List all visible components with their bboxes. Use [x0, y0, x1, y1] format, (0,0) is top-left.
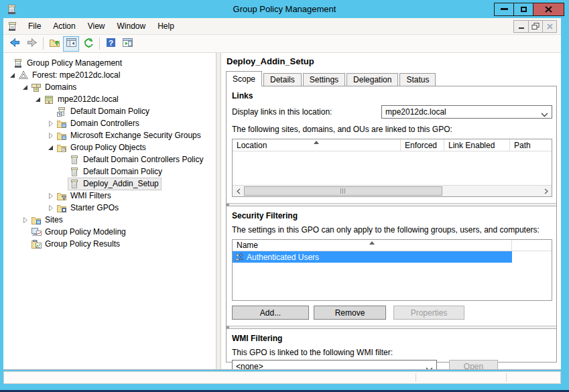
maximize-button[interactable]	[513, 3, 533, 16]
gpmc-window: Group Policy Management FileActionViewWi…	[0, 0, 569, 392]
tree-expander-icon[interactable]	[46, 204, 55, 212]
scrollbar-track[interactable]	[244, 186, 540, 196]
main-area: Group Policy ManagementForest: mpe2012dc…	[3, 53, 561, 370]
security-list-row[interactable]: Authenticated Users	[233, 251, 512, 263]
new-window-button[interactable]	[119, 36, 135, 52]
tree-item-group-policy-results[interactable]: Group Policy Results	[3, 238, 216, 250]
tab-settings[interactable]: Settings	[303, 73, 345, 86]
tree-item-forest-mpe2012dc-local[interactable]: Forest: mpe2012dc.local	[3, 69, 216, 81]
refresh-button[interactable]	[80, 36, 96, 52]
section-splitter[interactable]	[227, 326, 556, 329]
close-button[interactable]	[533, 3, 564, 16]
gpo-icon	[69, 167, 80, 177]
tree-expander-icon[interactable]	[34, 96, 42, 103]
tab-details[interactable]: Details	[263, 73, 302, 86]
tree-item-group-policy-objects[interactable]: Group Policy Objects	[3, 141, 216, 153]
help-button[interactable]: ?	[103, 36, 119, 52]
tree-item-starter-gpos[interactable]: Starter GPOs	[3, 202, 216, 214]
section-splitter[interactable]	[227, 203, 556, 206]
status-divider	[506, 373, 507, 382]
tree-item-label: Starter GPOs	[70, 203, 119, 212]
child-minimize-button[interactable]	[514, 21, 528, 32]
add-button[interactable]: Add...	[232, 306, 309, 320]
wmi-filtering-description: This GPO is linked to the following WMI …	[232, 348, 552, 357]
wmi-filtering-heading: WMI Filtering	[232, 334, 552, 343]
close-icon	[545, 6, 552, 13]
child-close-button[interactable]	[542, 21, 556, 32]
remove-button[interactable]: Remove	[314, 306, 386, 320]
tree-item-label: mpe2012dc.local	[58, 94, 119, 104]
tree-expander-icon[interactable]	[46, 132, 55, 139]
horizontal-scrollbar[interactable]	[233, 185, 552, 196]
child-minimize-icon	[519, 27, 524, 29]
tree-item-default-domain-policy[interactable]: Default Domain Policy	[3, 166, 216, 178]
tree-expander-icon[interactable]	[21, 84, 29, 90]
tree-expander-icon[interactable]	[46, 192, 55, 200]
tree-item-label: Domain Controllers	[70, 119, 139, 128]
enforced-column-header[interactable]: Enforced	[401, 139, 444, 151]
links-table: LocationEnforcedLink EnabledPath	[232, 139, 552, 197]
location-combobox[interactable]: mpe2012dc.local	[381, 105, 552, 119]
tree-expander-icon[interactable]	[8, 72, 17, 78]
links-heading: Links	[232, 91, 552, 101]
tree-item-group-policy-management[interactable]: Group Policy Management	[3, 57, 216, 69]
tree-item-mpe2012dc-local[interactable]: mpe2012dc.local	[3, 93, 216, 105]
child-restore-button[interactable]	[528, 21, 542, 32]
tab-delegation[interactable]: Delegation	[346, 73, 398, 86]
back-arrow-button[interactable]	[7, 36, 23, 52]
name-column-header[interactable]: Name	[233, 240, 512, 251]
security-list-header: Name	[233, 240, 552, 251]
tree-item-wmi-filters[interactable]: WMI Filters	[3, 190, 216, 202]
status-divider	[416, 373, 416, 382]
window-title: Group Policy Management	[0, 4, 569, 14]
minimize-button[interactable]	[494, 3, 514, 16]
menu-view[interactable]: View	[82, 18, 111, 34]
links-table-body	[233, 151, 552, 185]
scrollbar-thumb[interactable]	[244, 186, 442, 196]
tree-item-label: Microsoft Exchange Security Groups	[70, 131, 201, 140]
location-column-header[interactable]: Location	[233, 139, 401, 151]
menu-help[interactable]: Help	[151, 18, 180, 34]
scroll-right-button[interactable]	[540, 186, 552, 196]
scroll-left-button[interactable]	[233, 186, 244, 196]
sites-folder-icon	[31, 215, 42, 225]
tree-item-domains[interactable]: Domains	[3, 81, 216, 93]
tree-item-deploy-addin-setup[interactable]: Deploy_Addin_Setup	[3, 178, 216, 190]
menu-action[interactable]: Action	[47, 18, 81, 34]
tab-scope[interactable]: Scope	[226, 71, 262, 86]
forward-arrow-button[interactable]	[23, 36, 40, 52]
tree-expander-icon[interactable]	[46, 120, 55, 127]
gpo-icon	[69, 155, 80, 165]
menu-file[interactable]: File	[22, 18, 47, 34]
results-icon	[31, 239, 42, 249]
new-window-icon	[122, 37, 133, 50]
menu-window[interactable]: Window	[111, 18, 152, 34]
up-one-level-button[interactable]	[46, 36, 62, 52]
console-tree-toggle-button[interactable]	[63, 36, 79, 52]
chevron-down-icon	[541, 110, 548, 119]
tree-item-domain-controllers[interactable]: Domain Controllers	[3, 117, 216, 129]
chevron-down-icon	[426, 365, 433, 369]
tree-item-default-domain-controllers-policy[interactable]: Default Domain Controllers Policy	[3, 153, 216, 166]
tree-expander-icon[interactable]	[21, 216, 29, 224]
link-enabled-column-header[interactable]: Link Enabled	[444, 139, 510, 151]
wmi-filter-value: <none>	[236, 362, 263, 369]
tree-item-microsoft-exchange-security-groups[interactable]: Microsoft Exchange Security Groups	[3, 129, 216, 141]
tree-item-group-policy-modeling[interactable]: Group Policy Modeling	[3, 226, 216, 238]
properties-button[interactable]: Properties	[393, 306, 464, 320]
pane-splitter[interactable]	[216, 53, 221, 369]
path-column-header[interactable]: Path	[510, 139, 552, 151]
maximize-icon	[521, 7, 527, 12]
tree-item-sites[interactable]: Sites	[3, 214, 216, 226]
users-icon	[234, 253, 245, 262]
open-button[interactable]: Open	[449, 360, 498, 369]
tree-item-default-domain-policy[interactable]: Default Domain Policy	[3, 105, 216, 117]
tree-expander-icon[interactable]	[46, 145, 55, 151]
gpo-link-icon	[56, 107, 67, 117]
svg-text:?: ?	[108, 38, 113, 47]
wmi-filter-combobox[interactable]: <none>	[232, 360, 437, 369]
security-principal-name: Authenticated Users	[247, 253, 319, 262]
tab-status[interactable]: Status	[399, 73, 436, 86]
tree-item-label: Default Domain Controllers Policy	[83, 155, 203, 164]
refresh-icon	[82, 37, 94, 50]
